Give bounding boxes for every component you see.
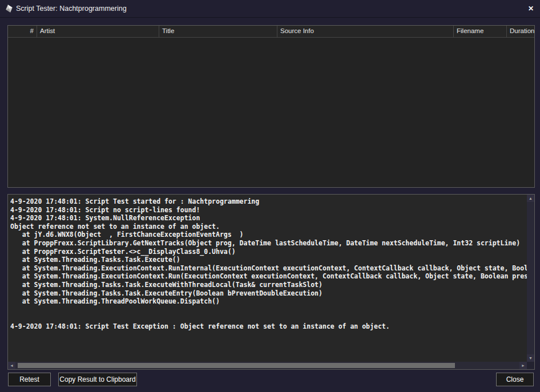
titlebar: Script Tester: Nachtprogrammering ✕ — [0, 0, 540, 18]
column-header-artist[interactable]: Artist — [37, 26, 159, 37]
playlist-table-body — [8, 38, 534, 187]
log-panel: 4-9-2020 17:48:01: Script Test started f… — [7, 194, 535, 370]
scrollbar-corner — [527, 362, 534, 369]
scroll-down-icon[interactable]: ▼ — [527, 354, 534, 362]
column-header-number[interactable]: # — [8, 26, 37, 37]
horizontal-scroll-track[interactable] — [15, 362, 519, 369]
column-header-title[interactable]: Title — [159, 26, 277, 37]
vertical-scrollbar[interactable]: ▲ ▼ — [527, 195, 534, 362]
scroll-up-icon[interactable]: ▲ — [527, 195, 534, 202]
column-header-source-info[interactable]: Source Info — [277, 26, 454, 37]
vertical-scroll-track[interactable] — [527, 202, 534, 354]
window-title: Script Tester: Nachtprogrammering — [16, 0, 127, 17]
playlist-table-header: # Artist Title Source Info Filename Dura… — [8, 26, 534, 38]
app-diamond-icon — [5, 4, 14, 13]
copy-result-button[interactable]: Copy Result to Clipboard — [58, 373, 137, 386]
playlist-table: # Artist Title Source Info Filename Dura… — [7, 25, 535, 188]
horizontal-scrollbar[interactable]: ◄ ► — [8, 362, 527, 369]
scroll-right-icon[interactable]: ► — [519, 362, 527, 369]
column-header-filename[interactable]: Filename — [454, 26, 507, 37]
scroll-left-icon[interactable]: ◄ — [8, 362, 15, 369]
retest-button[interactable]: Retest — [8, 373, 51, 386]
column-header-duration[interactable]: Duration — [507, 26, 534, 37]
script-tester-window: Script Tester: Nachtprogrammering ✕ # Ar… — [0, 0, 540, 392]
close-button[interactable]: Close — [496, 373, 534, 386]
log-text: 4-9-2020 17:48:01: Script Test started f… — [10, 197, 527, 331]
horizontal-scroll-thumb[interactable] — [18, 363, 455, 368]
log-output[interactable]: 4-9-2020 17:48:01: Script Test started f… — [8, 195, 527, 362]
close-icon[interactable]: ✕ — [525, 2, 537, 15]
